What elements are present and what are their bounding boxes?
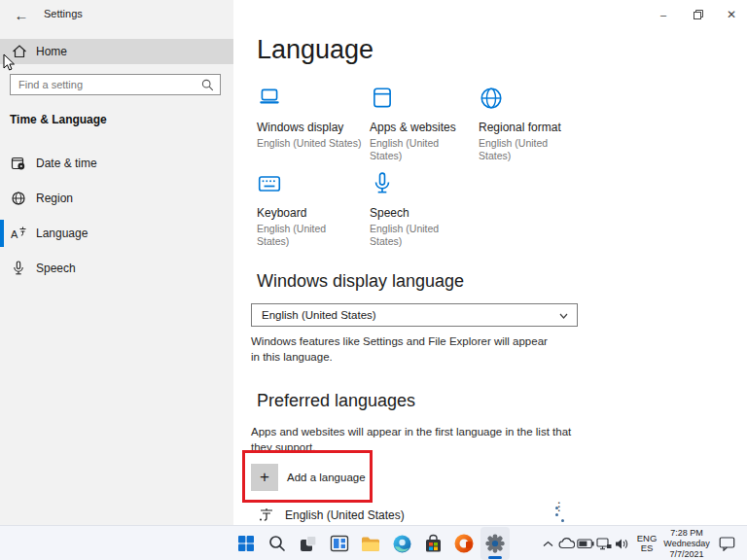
restore-button[interactable] [682,0,715,29]
edge-icon [392,534,412,554]
notification-center-button[interactable] [719,536,735,551]
back-button[interactable]: ← [10,4,33,25]
mouse-cursor [3,53,16,72]
tile-value: English (United States) [479,137,556,162]
svg-text:A: A [11,228,18,240]
tile-keyboard[interactable]: Keyboard English (United States) [257,171,364,248]
dropdown-selected-value: English (United States) [262,309,376,321]
file-explorer-icon [360,533,381,554]
home-label: Home [36,45,67,58]
chevron-down-icon [559,313,568,319]
tile-speech[interactable]: Speech English (United States) [370,171,477,248]
tile-apps-websites[interactable]: Apps & websites English (United States) [370,86,477,162]
office-button[interactable] [449,527,479,560]
sidebar-item-label: Speech [36,262,76,275]
taskbar: ENG ES 7:28 PM Wednesday 7/7/2021 [0,525,747,560]
microphone-icon [11,261,26,276]
loading-dot [561,519,564,522]
edge-browser-button[interactable] [387,527,416,560]
task-view-icon [298,533,319,554]
apps-icon [370,86,395,111]
display-language-caption: Windows features like Settings and File … [251,333,558,365]
calendar-clock-icon [11,156,26,171]
language-icon: A [11,226,27,241]
tray-chevron-up[interactable] [539,541,557,547]
restore-icon [693,9,704,20]
globe-icon [11,191,26,206]
comment-bubble-icon [719,536,735,551]
loading-dot [555,513,558,516]
start-button[interactable] [231,527,261,560]
tile-name: Apps & websites [370,121,477,134]
sidebar-item-speech[interactable]: Speech [0,255,233,282]
plus-icon: + [251,464,278,491]
preferred-languages-heading: Preferred languages [257,391,415,411]
microsoft-store-button[interactable] [418,527,447,560]
display-language-heading: Windows display language [257,271,464,292]
tray-battery[interactable] [576,539,594,549]
sidebar-item-date-time[interactable]: Date & time [0,150,233,177]
preferred-languages-caption: Apps and websites will appear in the fir… [251,424,578,455]
active-app-indicator [488,556,502,559]
sidebar-item-label: Region [36,192,73,205]
tile-value: English (United States) [257,137,364,150]
microphone-icon [370,171,395,196]
tile-name: Speech [370,206,477,220]
close-button[interactable]: ✕ [715,0,747,29]
sidebar-item-label: Language [36,227,88,240]
sidebar-item-label: Date & time [36,157,97,170]
battery-icon [577,539,594,549]
search-icon[interactable] [201,79,214,91]
task-view-button[interactable] [294,527,323,560]
search-input[interactable] [10,74,221,95]
loading-dot [555,507,558,509]
keyboard-icon [257,171,282,196]
tray-date: 7/7/2021 [661,549,712,560]
cloud-icon [558,538,575,549]
sidebar-item-region[interactable]: Region [0,185,233,212]
file-explorer-button[interactable] [356,527,385,560]
display-language-dropdown[interactable]: English (United States) [251,303,578,327]
globe-icon [479,86,504,111]
tray-language-indicator[interactable]: ENG ES [634,534,659,553]
tray-network[interactable] [594,538,613,550]
tile-name: Keyboard [257,206,364,220]
sidebar-item-home[interactable]: Home [0,39,233,64]
tray-day: Wednesday [661,539,712,549]
tile-windows-display[interactable]: Windows display English (United States) [257,86,364,150]
search-icon [267,534,287,553]
snap-panel-icon [329,533,350,554]
search-box [10,74,221,95]
settings-app-button[interactable] [480,527,510,560]
snap-panel-app[interactable] [325,527,354,560]
minimize-button[interactable]: – [647,0,680,29]
taskbar-search-button[interactable] [263,527,292,560]
language-item-label: English (United States) [285,508,405,522]
chevron-up-icon [543,541,553,547]
sidebar-section-label: Time & Language [10,113,107,126]
office-icon [454,534,474,553]
tile-value: English (United States) [370,137,447,162]
tray-volume[interactable] [613,538,631,550]
page-title: Language [257,35,374,65]
display-icon [257,86,282,111]
gear-icon [484,533,506,554]
tile-regional-format[interactable]: Regional format English (United States) [479,86,586,162]
tile-name: Regional format [479,121,586,134]
ethernet-icon [596,538,612,550]
tile-value: English (United States) [257,223,335,248]
title-bar: ← Settings – ✕ [0,0,747,31]
windows-logo-icon [236,534,256,553]
language-list-item[interactable]: English (United States) [251,505,578,525]
tray-clock[interactable]: 7:28 PM Wednesday 7/7/2021 [661,528,712,560]
tray-time: 7:28 PM [661,528,712,539]
add-language-button[interactable]: + Add a language [251,464,445,491]
store-icon [423,534,444,554]
add-language-label: Add a language [287,472,366,483]
sidebar-item-language[interactable]: A Language [0,220,233,247]
tray-onedrive[interactable] [557,538,576,549]
tile-name: Windows display [257,121,364,134]
tray-language-line2: ES [634,543,659,553]
language-character-icon [259,508,275,522]
speaker-icon [615,538,629,550]
